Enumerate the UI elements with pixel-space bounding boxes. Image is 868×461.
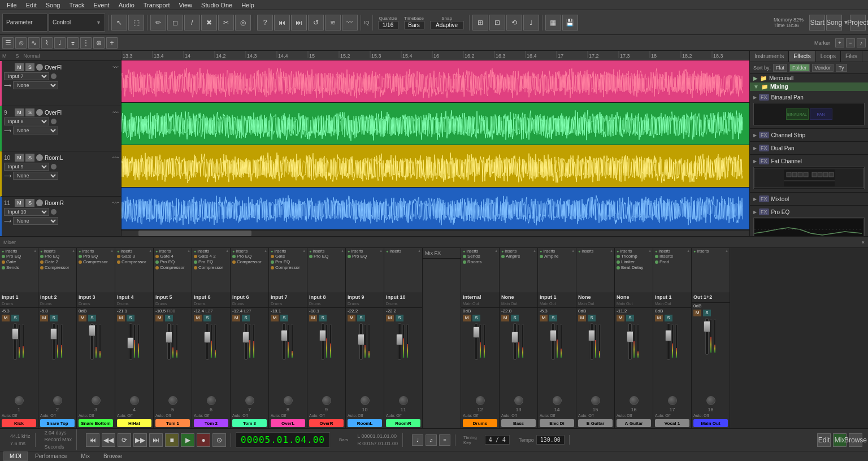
track9-input[interactable]: Input 8 (4, 118, 49, 125)
ch-solo-11[interactable]: S (396, 315, 403, 321)
tab-mix[interactable]: Mix (75, 451, 96, 461)
tab-effects[interactable]: Effects (789, 51, 815, 62)
ch-mute-6[interactable]: M (194, 315, 202, 321)
track9-sends[interactable]: None (13, 127, 58, 134)
track8-mute[interactable]: M (15, 63, 24, 71)
ch-fader-track-8[interactable] (283, 323, 286, 360)
line-tool[interactable]: / (184, 15, 200, 31)
ch-color-12[interactable]: Drums (463, 419, 497, 427)
ch-solo-14[interactable]: S (549, 315, 557, 321)
ch-knob-5[interactable] (168, 396, 177, 405)
ch-fader-track-18[interactable] (705, 318, 709, 355)
ch-fader-track-2[interactable] (52, 323, 55, 360)
ch-knob-10[interactable] (361, 396, 370, 405)
ch-fader-track-11[interactable] (398, 323, 401, 360)
track-lane-10[interactable] (121, 145, 749, 188)
snap-btn[interactable]: ⊞ (472, 15, 488, 31)
wave-btn[interactable]: 〰 (342, 15, 358, 31)
ch-color-9[interactable]: OverR (309, 419, 344, 427)
ch-knob-7[interactable] (245, 396, 254, 405)
tool-piano[interactable]: ⋮ (80, 37, 92, 49)
track10-monitor[interactable] (51, 164, 57, 169)
transport-back[interactable]: ◀◀ (102, 433, 115, 447)
ch-solo-6[interactable]: S (203, 315, 211, 321)
loop-btn2[interactable]: ⟲ (506, 15, 522, 31)
ch-mute-5[interactable]: M (155, 315, 163, 321)
ch-mute-11[interactable]: M (386, 315, 394, 321)
split-tool[interactable]: ✂ (218, 15, 234, 31)
menu-transport[interactable]: Transport (139, 2, 175, 8)
ch-solo-5[interactable]: S (165, 315, 173, 321)
ch-color-18[interactable]: Main Out (693, 419, 728, 427)
menu-studio-one[interactable]: Studio One (197, 2, 237, 8)
ch-color-14[interactable]: Elec Di (540, 419, 574, 427)
tool-sq[interactable]: ⌇ (41, 37, 53, 49)
ch-solo-1[interactable]: S (11, 315, 19, 321)
ch-fader-track-5[interactable] (167, 323, 171, 360)
track8-input[interactable]: Input 7 (4, 72, 49, 80)
ch-mute-7[interactable]: M (232, 315, 240, 321)
ch-solo-17[interactable]: S (665, 315, 672, 321)
transport-tap[interactable]: ≡ (439, 434, 450, 446)
track8-record[interactable] (36, 64, 43, 71)
marker-note[interactable]: ♪ (857, 38, 866, 47)
ch-color-4[interactable]: HiHat (117, 419, 151, 427)
ch-mute-13[interactable]: M (501, 315, 509, 321)
ch-fader-track-7[interactable] (244, 323, 248, 360)
ch-color-15[interactable]: E-Guitar (578, 419, 613, 427)
transport-click[interactable]: ♩ (412, 434, 423, 446)
mute-tool[interactable]: ✖ (201, 15, 217, 31)
menu-file[interactable]: File (2, 2, 21, 8)
mixer-close[interactable]: × (862, 240, 865, 245)
ch-mute-10[interactable]: M (348, 315, 355, 321)
ch-solo-7[interactable]: S (242, 315, 250, 321)
quantize-value[interactable]: 1/16 (378, 21, 398, 29)
ch-fader-track-4[interactable] (129, 323, 132, 360)
ch-fader-track-3[interactable] (90, 323, 94, 360)
tab-midi[interactable]: MIDI (3, 451, 28, 461)
select-tool[interactable]: ↖ (111, 15, 127, 31)
ch-knob-18[interactable] (706, 396, 715, 405)
track9-mute[interactable]: M (15, 108, 24, 116)
ch-knob-12[interactable] (476, 396, 485, 405)
ch-solo-12[interactable]: S (472, 315, 480, 321)
track8-monitor[interactable] (51, 73, 57, 79)
track10-mute[interactable]: M (15, 154, 24, 162)
edit-view-btn[interactable]: Edit (817, 433, 831, 447)
transport-to-end[interactable]: ⏭ (149, 433, 163, 447)
ch-color-16[interactable]: A-Guitar (617, 419, 651, 427)
snap-value[interactable]: Adaptive (430, 21, 464, 29)
ch-solo-4[interactable]: S (127, 315, 134, 321)
ch-solo-8[interactable]: S (280, 315, 288, 321)
track11-monitor[interactable] (51, 209, 57, 215)
ch-knob-8[interactable] (284, 396, 293, 405)
track8-sends[interactable]: None (13, 81, 58, 89)
tool-fx[interactable]: ⊕ (93, 37, 105, 49)
transport-loop2[interactable]: ⊙ (212, 433, 226, 447)
fx-mixtool-header[interactable]: ▶ FX Mixtool (753, 194, 865, 203)
sort-folder[interactable]: Folder (789, 64, 810, 72)
fx-fat-channel-header[interactable]: ▶ FX Fat Channel (753, 156, 865, 166)
transport-forward[interactable]: ▶▶ (133, 433, 147, 447)
ch-solo-3[interactable]: S (88, 315, 96, 321)
ch-color-3[interactable]: Snare Bottom (79, 419, 113, 427)
track11-mute[interactable]: M (15, 199, 24, 207)
tab-performance[interactable]: Performance (29, 451, 73, 461)
tool-hook[interactable]: ⎋ (15, 37, 27, 49)
ch-fader-track-12[interactable] (475, 323, 478, 360)
ch-fader-track-16[interactable] (628, 323, 632, 360)
tab-instruments[interactable]: Instruments (750, 51, 789, 62)
folder-mercuriall[interactable]: ▶ 📁 Mercuriall (750, 74, 868, 82)
ch-knob-9[interactable] (322, 396, 331, 405)
track10-record[interactable] (36, 154, 43, 161)
tab-browse[interactable]: Browse (97, 451, 128, 461)
range-tool[interactable]: ⬚ (128, 15, 144, 31)
ch-fader-track-13[interactable] (513, 323, 517, 360)
transport-record[interactable]: ● (197, 433, 210, 447)
save-btn[interactable]: 💾 (562, 15, 578, 31)
marker-remove[interactable]: − (846, 38, 855, 47)
timeline-scrollbar[interactable] (121, 230, 749, 236)
track11-sends[interactable]: None (13, 217, 58, 225)
ch-knob-14[interactable] (553, 396, 562, 405)
ch-mute-16[interactable]: M (617, 315, 624, 321)
